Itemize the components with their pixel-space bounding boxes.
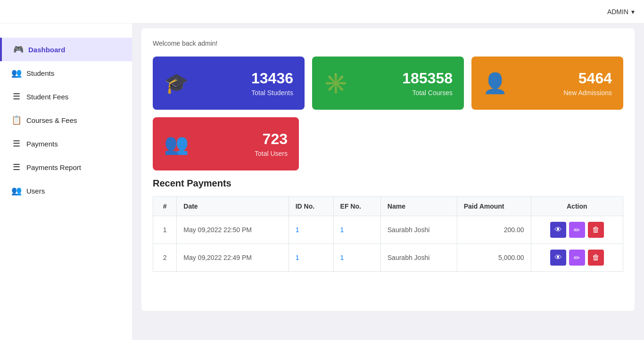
courses-icon: ✳️	[323, 72, 348, 95]
stats-row-1: 🎓 13436 Total Students ✳️ 185358 Total C…	[153, 57, 623, 110]
sidebar-item-courses-fees[interactable]: 📋 Courses & Fees	[0, 108, 132, 132]
action-buttons: 👁 ✏ 🗑	[538, 250, 616, 266]
delete-button-2[interactable]: 🗑	[588, 250, 604, 266]
admin-label: ADMIN	[607, 8, 628, 16]
stat-card-total-users: 👥 723 Total Users	[153, 117, 299, 170]
courses-fees-icon: 📋	[11, 115, 22, 125]
row2-name: Saurabh Joshi	[380, 244, 457, 272]
row1-id: 1	[289, 216, 333, 244]
sidebar: 🎮 Dashboard 👥 Students ☰ Student Fees 📋 …	[0, 0, 132, 340]
col-num: #	[153, 197, 177, 216]
row1-date: May 09,2022 22:50 PM	[177, 216, 289, 244]
sidebar-item-label: Student Fees	[26, 93, 68, 101]
users-label: Total Users	[255, 150, 288, 157]
sidebar-item-students[interactable]: 👥 Students	[0, 61, 132, 85]
table-header: # Date ID No. EF No. Name Paid Amount Ac…	[153, 197, 623, 216]
row1-name: Saurabh Joshi	[380, 216, 457, 244]
main-content: Welcome back admin! 🎓 13436 Total Studen…	[132, 0, 644, 340]
stat-card-total-students: 🎓 13436 Total Students	[153, 57, 305, 110]
view-button-2[interactable]: 👁	[550, 250, 566, 266]
row2-id: 1	[289, 244, 333, 272]
dashboard-icon: 🎮	[13, 44, 24, 55]
sidebar-item-label: Users	[26, 187, 45, 195]
dropdown-icon: ▾	[631, 8, 635, 16]
users-number: 723	[263, 130, 288, 148]
row2-actions: 👁 ✏ 🗑	[531, 244, 623, 272]
sidebar-item-payments[interactable]: ☰ Payments	[0, 132, 132, 155]
col-amount: Paid Amount	[457, 197, 531, 216]
admissions-number: 5464	[578, 70, 612, 87]
col-ef: EF No.	[333, 197, 380, 216]
row2-num: 2	[153, 244, 177, 272]
users-stat-icon: 👥	[164, 132, 189, 155]
stat-card-total-courses: ✳️ 185358 Total Courses	[312, 57, 464, 110]
table-row: 2 May 09,2022 22:49 PM 1 1 Saurabh Joshi…	[153, 244, 623, 272]
col-id: ID No.	[289, 197, 333, 216]
row1-ef: 1	[333, 216, 380, 244]
row2-date: May 09,2022 22:49 PM	[177, 244, 289, 272]
row1-actions: 👁 ✏ 🗑	[531, 216, 623, 244]
sidebar-item-label: Payments Report	[26, 163, 81, 171]
stat-card-new-admissions: 👤 5464 New Admissions	[471, 57, 623, 110]
sidebar-item-label: Payments	[26, 140, 58, 148]
row2-ef: 1	[333, 244, 380, 272]
welcome-text: Welcome back admin!	[153, 40, 623, 47]
row1-amount: 200.00	[457, 216, 531, 244]
sidebar-item-payments-report[interactable]: ☰ Payments Report	[0, 155, 132, 179]
row1-num: 1	[153, 216, 177, 244]
col-action: Action	[531, 197, 623, 216]
courses-label: Total Courses	[412, 89, 453, 97]
recent-payments-title: Recent Payments	[153, 178, 623, 189]
sidebar-item-users[interactable]: 👥 Users	[0, 179, 132, 202]
admissions-icon: 👤	[483, 72, 507, 95]
stat-info-students: 13436 Total Students	[198, 70, 293, 97]
row2-amount: 5,000.00	[457, 244, 531, 272]
stat-info-courses: 185358 Total Courses	[357, 70, 453, 97]
delete-button-1[interactable]: 🗑	[588, 222, 604, 238]
table-header-row: # Date ID No. EF No. Name Paid Amount Ac…	[153, 197, 623, 216]
table-body: 1 May 09,2022 22:50 PM 1 1 Saurabh Joshi…	[153, 216, 623, 272]
payments-report-icon: ☰	[11, 162, 22, 172]
edit-button-1[interactable]: ✏	[569, 222, 585, 238]
sidebar-item-label: Students	[26, 69, 54, 77]
stat-info-users: 723 Total Users	[198, 130, 288, 157]
edit-button-2[interactable]: ✏	[569, 250, 585, 266]
students-number: 13436	[251, 70, 293, 87]
courses-number: 185358	[402, 70, 453, 87]
col-date: Date	[177, 197, 289, 216]
sidebar-item-label: Dashboard	[28, 46, 65, 54]
sidebar-item-student-fees[interactable]: ☰ Student Fees	[0, 85, 132, 108]
action-buttons: 👁 ✏ 🗑	[538, 222, 616, 238]
col-name: Name	[380, 197, 457, 216]
students-icon: 👥	[11, 68, 22, 78]
topbar: ADMIN ▾	[0, 0, 644, 24]
admin-dropdown[interactable]: ADMIN ▾	[607, 8, 635, 16]
student-fees-icon: ☰	[11, 91, 22, 102]
admissions-label: New Admissions	[563, 89, 612, 97]
content-card: Welcome back admin! 🎓 13436 Total Studen…	[141, 28, 635, 311]
view-button-1[interactable]: 👁	[550, 222, 566, 238]
sidebar-item-label: Courses & Fees	[26, 116, 77, 124]
sidebar-item-dashboard[interactable]: 🎮 Dashboard	[0, 38, 132, 61]
graduation-icon: 🎓	[164, 72, 189, 95]
payments-icon: ☰	[11, 138, 22, 149]
users-icon: 👥	[11, 186, 22, 196]
stats-row-2: 👥 723 Total Users	[153, 117, 623, 170]
students-label: Total Students	[251, 89, 293, 97]
stat-info-admissions: 5464 New Admissions	[517, 70, 612, 97]
payments-table: # Date ID No. EF No. Name Paid Amount Ac…	[153, 196, 623, 272]
table-row: 1 May 09,2022 22:50 PM 1 1 Saurabh Joshi…	[153, 216, 623, 244]
